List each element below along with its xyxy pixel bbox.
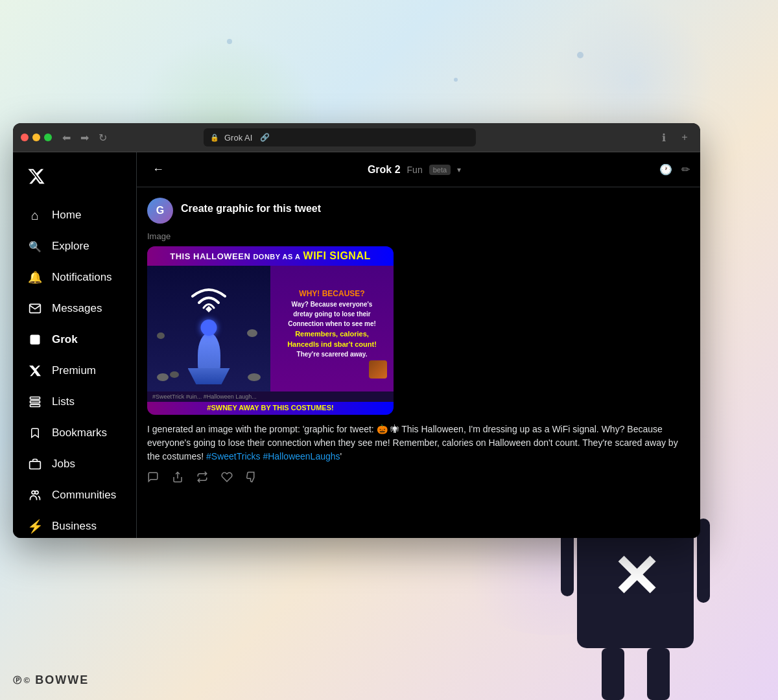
browser-back-button[interactable]: ⬅	[58, 130, 74, 145]
bowwe-watermark: Ⓟ © BOWWE	[13, 673, 89, 687]
share-button[interactable]	[172, 471, 183, 483]
sidebar-item-premium[interactable]: Premium	[19, 356, 130, 385]
halloween-figure	[198, 332, 220, 378]
halloween-footer-text: #SWNEY AWAY BY THIS COSTUMES!	[147, 401, 394, 415]
svg-rect-3	[30, 401, 40, 402]
avatar: G	[147, 198, 173, 224]
post-hashtags: #SweetTricks #HalloweenLaughs	[206, 451, 340, 461]
halloween-header-text: THIS HALLOWEEN Donby as A WIFI SIGNAL	[147, 246, 394, 266]
sidebar-item-messages-label: Messages	[52, 302, 102, 315]
post-container: G Create graphic for this tweet Image TH…	[137, 187, 700, 493]
dislike-button[interactable]	[246, 471, 257, 483]
halloween-because-text1: Way? Because everyone's	[277, 301, 387, 308]
post-action-bar	[147, 471, 690, 483]
svg-rect-2	[30, 397, 40, 399]
post-title: Create graphic for this tweet	[181, 198, 321, 215]
grok-header: ← Grok 2 Fun beta ▾ 🕐 ✏	[137, 152, 700, 187]
halloween-remember-text1: Remembers, calories,	[277, 330, 387, 338]
svg-rect-1	[30, 335, 40, 345]
halloween-hashtag-bar: #SweetTrick #uin... #Halloween Laugh...	[147, 391, 394, 402]
halloween-remember-text2: Hancedls ind sbar't count!	[277, 340, 387, 348]
back-button[interactable]: ←	[147, 160, 169, 179]
search-icon: 🔍	[27, 239, 43, 254]
sidebar-item-grok-label: Grok	[52, 333, 78, 346]
lists-icon	[27, 394, 43, 410]
bowwe-label: BOWWE	[35, 673, 89, 687]
sidebar-item-explore-label: Explore	[52, 240, 89, 253]
retweet-button[interactable]	[196, 471, 208, 483]
halloween-because-text2: dretay going to lose their	[277, 310, 387, 318]
lock-icon: 🔒	[210, 134, 219, 142]
minimize-traffic-light[interactable]	[32, 134, 40, 141]
halloween-connection-text: Connection when to see me!	[277, 320, 387, 327]
sidebar-item-grok[interactable]: Grok	[19, 325, 130, 354]
address-bar-text: Grok AI	[224, 133, 252, 143]
browser-right-buttons: ℹ +	[656, 130, 692, 145]
sidebar-item-bookmarks[interactable]: Bookmarks	[19, 419, 130, 447]
browser-info-button[interactable]: ℹ	[656, 130, 672, 145]
address-bar[interactable]: 🔒 Grok AI 🔗	[204, 128, 476, 146]
halloween-scared-text: They're scarered away.	[277, 351, 387, 358]
sidebar-item-jobs[interactable]: Jobs	[19, 450, 130, 478]
robot-x-icon: ✕	[611, 548, 660, 606]
chevron-down-icon[interactable]: ▾	[457, 165, 461, 174]
bowwe-icons: Ⓟ ©	[13, 675, 30, 686]
sidebar-item-communities-label: Communities	[52, 489, 116, 502]
like-button[interactable]	[221, 471, 233, 483]
sidebar-item-business[interactable]: ⚡ Business	[19, 512, 130, 538]
sidebar-item-bookmarks-label: Bookmarks	[52, 426, 107, 439]
robot-leg-left	[602, 648, 624, 700]
robot-leg-right	[647, 648, 670, 700]
portrait-thumbnail	[369, 360, 387, 379]
browser-refresh-button[interactable]: ↻	[95, 130, 110, 145]
sidebar-item-home-label: Home	[52, 209, 81, 222]
halloween-why-text: WHY! BECAUSE?	[277, 289, 387, 298]
main-content-area: ← Grok 2 Fun beta ▾ 🕐 ✏ G Create graphic…	[136, 152, 700, 538]
grok-icon	[27, 332, 43, 347]
mail-icon	[27, 301, 43, 316]
browser-nav: ⬅ ➡ ↻	[58, 130, 110, 145]
history-icon[interactable]: 🕐	[659, 163, 672, 176]
premium-icon	[27, 363, 43, 379]
bookmark-icon	[27, 425, 43, 441]
browser-forward-button[interactable]: ➡	[77, 130, 92, 145]
sidebar: ⌂ Home 🔍 Explore 🔔 Notifications Message…	[13, 152, 136, 538]
sidebar-item-explore[interactable]: 🔍 Explore	[19, 232, 130, 261]
halloween-left-panel	[147, 266, 270, 402]
business-icon: ⚡	[27, 519, 43, 534]
bell-icon: 🔔	[27, 270, 43, 285]
sidebar-item-premium-label: Premium	[52, 364, 96, 377]
reply-button[interactable]	[147, 471, 159, 483]
traffic-lights	[21, 134, 52, 141]
home-icon: ⌂	[27, 207, 43, 223]
compose-icon[interactable]: ✏	[681, 163, 690, 176]
sidebar-item-lists[interactable]: Lists	[19, 388, 130, 416]
svg-rect-4	[30, 404, 40, 406]
grok-header-icons: 🕐 ✏	[659, 163, 690, 176]
sidebar-item-messages[interactable]: Messages	[19, 294, 130, 323]
link-icon: 🔗	[260, 133, 270, 142]
close-traffic-light[interactable]	[21, 134, 29, 141]
robot-legs	[577, 648, 694, 700]
image-label: Image	[147, 231, 690, 241]
grok-beta-badge: beta	[429, 165, 451, 175]
grok-title-area: Grok 2 Fun beta ▾	[177, 164, 652, 176]
maximize-traffic-light[interactable]	[44, 134, 52, 141]
jobs-icon	[27, 456, 43, 472]
sidebar-item-notifications[interactable]: 🔔 Notifications	[19, 263, 130, 292]
browser-chrome: ⬅ ➡ ↻ 🔒 Grok AI 🔗 ℹ +	[13, 123, 700, 152]
post-body-text: I generated an image with the prompt: 'g…	[147, 423, 690, 463]
x-logo[interactable]	[19, 162, 130, 193]
sidebar-item-notifications-label: Notifications	[52, 271, 112, 284]
sidebar-item-jobs-label: Jobs	[52, 458, 75, 471]
post-header: G Create graphic for this tweet	[147, 198, 690, 224]
sidebar-item-communities[interactable]: Communities	[19, 481, 130, 509]
browser-window: ⬅ ➡ ↻ 🔒 Grok AI 🔗 ℹ + ⌂ Home	[13, 123, 700, 538]
svg-point-7	[35, 491, 38, 494]
sidebar-item-business-label: Business	[52, 520, 97, 533]
sidebar-item-lists-label: Lists	[52, 395, 75, 408]
sidebar-item-home[interactable]: ⌂ Home	[19, 201, 130, 229]
svg-rect-5	[30, 461, 41, 469]
grok-title: Grok 2	[368, 164, 401, 176]
browser-new-tab-button[interactable]: +	[677, 130, 692, 145]
